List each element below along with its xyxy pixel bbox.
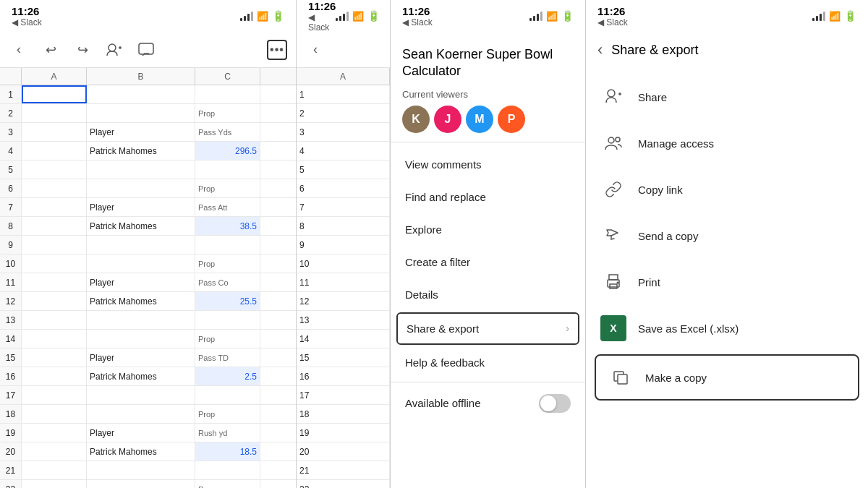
share-label: Share — [638, 91, 667, 103]
table-row: 7 — [297, 198, 390, 217]
menu-item-find-replace[interactable]: Find and replace — [391, 181, 585, 213]
chevron-right-icon: › — [566, 322, 569, 334]
table-row: 3 — [297, 123, 390, 142]
time-1: 11:26 — [12, 5, 39, 17]
time-3: 11:26 — [402, 5, 430, 17]
toolbar-1: ‹ ↩ ↪ ••• — [0, 32, 296, 68]
status-bar-3: 11:26 ◀ Slack 📶 🔋 — [391, 0, 585, 32]
cell-a1[interactable] — [22, 85, 87, 103]
share-item-send-copy[interactable]: Send a copy — [586, 213, 868, 259]
slack-back-4[interactable]: ◀ Slack — [597, 17, 628, 27]
cell-c1[interactable] — [195, 85, 260, 103]
row-num: 3 — [0, 123, 22, 141]
table-row: 13 — [0, 311, 296, 330]
copy-icon — [608, 364, 634, 390]
toolbar-2: ‹ — [297, 32, 390, 68]
table-row: 18 — [297, 405, 390, 424]
menu-item-label: Details — [405, 288, 438, 301]
menu-item-label: Help & feedback — [405, 356, 485, 369]
cell-b1[interactable] — [87, 85, 195, 103]
share-item-excel[interactable]: X Save as Excel (.xlsx) — [586, 305, 868, 351]
wifi-icon-4: 📶 — [829, 11, 841, 22]
table-row: 9 — [297, 236, 390, 254]
row-num: 4 — [0, 142, 22, 160]
slack-back-3[interactable]: ◀ Slack — [402, 17, 433, 27]
table-row: 21 — [297, 461, 390, 480]
menu-item-label: Explore — [405, 223, 442, 236]
toggle-knob — [540, 395, 556, 411]
table-row: 21 — [0, 461, 296, 480]
cell-c4[interactable]: 296.5 — [195, 142, 260, 160]
toggle-available-offline: Available offline — [391, 385, 585, 421]
share-panel-title: Share & export — [611, 43, 698, 58]
menu-divider — [391, 382, 585, 382]
status-icons-4: 📶 🔋 — [812, 10, 856, 22]
time-4: 11:26 — [597, 5, 625, 17]
cell-a2[interactable] — [22, 104, 87, 122]
table-row: 6 — [297, 179, 390, 198]
document-title: Sean Koerner Super Bowl Calculator — [402, 46, 574, 80]
menu-header: Sean Koerner Super Bowl Calculator Curre… — [391, 32, 585, 142]
share-back-row: ‹ Share & export — [586, 32, 868, 68]
table-row: 15 — [297, 348, 390, 367]
table-row: 3 Player Pass Yds — [0, 123, 296, 142]
slack-back-2[interactable]: ◀ Slack — [308, 12, 336, 33]
share-back-button[interactable]: ‹ — [597, 40, 603, 59]
more-options-button[interactable]: ••• — [267, 40, 287, 60]
print-icon — [600, 269, 626, 295]
cell-a3[interactable] — [22, 123, 87, 141]
cell-b4[interactable]: Patrick Mahomes — [87, 142, 195, 160]
table-row: 22 Prop — [0, 480, 296, 488]
spreadsheet-grid-1: 1 2 Prop 3 Player Pass Yds 4 Patrick Mah… — [0, 85, 296, 488]
table-row: 11 Player Pass Co — [0, 273, 296, 292]
svg-rect-13 — [618, 374, 627, 384]
send-icon — [600, 223, 626, 249]
row-num: 12 — [0, 292, 22, 310]
table-row: 4 Patrick Mahomes 296.5 — [0, 142, 296, 160]
share-item-print[interactable]: Print — [586, 259, 868, 305]
signal-icon-4 — [812, 11, 825, 21]
cell-b2[interactable] — [87, 104, 195, 122]
wifi-icon-2: 📶 — [352, 11, 364, 22]
table-row: 8 Patrick Mahomes 38.5 — [0, 217, 296, 236]
svg-rect-9 — [609, 275, 618, 280]
share-item-share[interactable]: Share — [586, 74, 868, 120]
col-header-a: A — [22, 68, 87, 85]
table-row: 12 — [297, 292, 390, 311]
back-button-1[interactable]: ‹ — [9, 40, 29, 60]
menu-item-details[interactable]: Details — [391, 278, 585, 311]
menu-item-help-feedback[interactable]: Help & feedback — [391, 346, 585, 379]
menu-item-label: Create a filter — [405, 256, 470, 268]
viewer-avatars: K J M P — [402, 106, 574, 133]
excel-label: Save as Excel (.xlsx) — [638, 322, 739, 335]
cell-a4[interactable] — [22, 142, 87, 160]
menu-item-view-comments[interactable]: View comments — [391, 148, 585, 181]
back-button-2[interactable]: ‹ — [305, 40, 326, 60]
cell-c2[interactable]: Prop — [195, 104, 260, 122]
table-row: 16 Patrick Mahomes 2.5 — [0, 367, 296, 386]
table-row: 15 Player Pass TD — [0, 348, 296, 367]
comment-button[interactable] — [136, 40, 156, 60]
table-row: 12 Patrick Mahomes 25.5 — [0, 292, 296, 311]
table-row: 18 Prop — [0, 405, 296, 424]
slack-back-1[interactable]: ◀ Slack — [12, 17, 42, 27]
status-icons-1: 📶 🔋 — [240, 10, 284, 22]
battery-icon-3: 🔋 — [561, 10, 574, 22]
cell-b3[interactable]: Player — [87, 123, 195, 141]
row-num: 15 — [0, 348, 22, 367]
menu-item-share-export[interactable]: Share & export › — [396, 312, 579, 345]
offline-toggle[interactable] — [539, 394, 571, 413]
row-num: 7 — [0, 198, 22, 216]
svg-rect-11 — [610, 284, 617, 288]
share-item-make-copy[interactable]: Make a copy — [595, 354, 859, 401]
share-item-copy-link[interactable]: Copy link — [586, 166, 868, 213]
undo-button[interactable]: ↩ — [41, 40, 61, 60]
add-person-button[interactable] — [104, 40, 124, 60]
battery-icon-2: 🔋 — [367, 10, 380, 22]
column-headers-1: A B C — [0, 68, 296, 85]
redo-button[interactable]: ↪ — [72, 40, 93, 60]
cell-c3[interactable]: Pass Yds — [195, 123, 260, 141]
menu-item-explore[interactable]: Explore — [391, 213, 585, 246]
menu-item-create-filter[interactable]: Create a filter — [391, 246, 585, 278]
share-item-manage-access[interactable]: Manage access — [586, 120, 868, 166]
